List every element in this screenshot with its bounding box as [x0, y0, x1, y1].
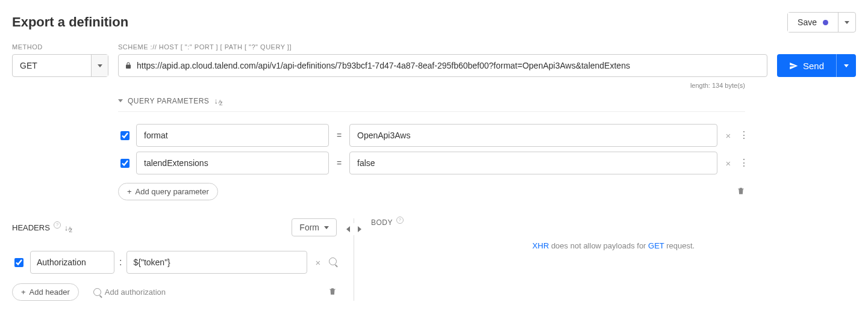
query-param-row: format = OpenApi3Aws × ⋮	[118, 124, 745, 147]
save-button-group: Save	[787, 12, 856, 32]
help-icon[interactable]: ?	[396, 217, 404, 224]
save-dropdown[interactable]	[838, 13, 855, 32]
chevron-down-icon	[98, 64, 102, 67]
page-title: Export a definition	[12, 14, 128, 30]
plus-icon: +	[127, 187, 132, 196]
method-label: METHOD	[12, 43, 118, 51]
clear-icon[interactable]: ×	[722, 158, 734, 168]
chevron-down-icon	[845, 21, 849, 24]
send-dropdown[interactable]	[836, 54, 856, 77]
url-length: length: 134 byte(s)	[690, 82, 745, 89]
collapse-icon[interactable]	[118, 99, 123, 102]
url-input[interactable]: https://apid.ap.cloud.talend.com/api/v1/…	[118, 54, 767, 77]
magic-wand-icon[interactable]	[329, 257, 337, 267]
body-message: XHR does not allow payloads for GET requ…	[371, 241, 856, 250]
collapse-body-icon[interactable]	[354, 223, 366, 235]
collapse-headers-icon[interactable]	[342, 223, 354, 235]
param-value-input[interactable]: OpenApi3Aws	[349, 124, 717, 147]
add-authorization-button[interactable]: Add authorization	[93, 288, 166, 297]
url-text: https://apid.ap.cloud.talend.com/api/v1/…	[137, 61, 761, 70]
send-button-group: Send	[777, 54, 856, 77]
param-name-input[interactable]: format	[136, 124, 329, 147]
lock-icon	[125, 61, 132, 70]
chevron-down-icon	[844, 64, 849, 67]
sort-icon[interactable]: ↓AZ	[214, 96, 226, 105]
body-title: BODY	[371, 218, 393, 227]
headers-mode-select[interactable]: Form	[292, 218, 337, 236]
get-keyword: GET	[648, 241, 664, 250]
method-value: GET	[13, 55, 91, 76]
colon: :	[119, 257, 122, 268]
unsaved-indicator-icon	[823, 20, 828, 25]
auth-icon	[93, 288, 101, 296]
delete-all-headers-button[interactable]	[328, 287, 337, 298]
param-enable-checkbox[interactable]	[120, 131, 130, 140]
trash-icon	[737, 186, 745, 196]
help-icon[interactable]: ?	[54, 221, 61, 229]
clear-icon[interactable]: ×	[312, 257, 324, 268]
header-value-input[interactable]: ${"token"}	[126, 251, 307, 274]
delete-all-params-button[interactable]	[737, 186, 745, 197]
save-label: Save	[798, 17, 817, 27]
header-enable-checkbox[interactable]	[14, 258, 23, 267]
param-value-input[interactable]: false	[349, 152, 717, 174]
clear-icon[interactable]: ×	[722, 131, 734, 141]
row-menu-icon[interactable]: ⋮	[739, 158, 745, 168]
add-auth-label: Add authorization	[105, 288, 166, 297]
header-row: Authorization : ${"token"} ×	[12, 251, 337, 274]
send-button[interactable]: Send	[777, 54, 836, 77]
send-icon	[789, 61, 798, 70]
headers-mode-label: Form	[299, 223, 319, 232]
add-header-button[interactable]: + Add header	[12, 283, 79, 301]
method-dropdown-trigger[interactable]	[91, 55, 108, 76]
row-menu-icon[interactable]: ⋮	[739, 131, 745, 140]
query-param-row: talendExtensions = false × ⋮	[118, 152, 745, 174]
equals-sign: =	[334, 158, 345, 168]
trash-icon	[328, 287, 337, 296]
header-name-input[interactable]: Authorization	[30, 251, 114, 274]
method-select[interactable]: GET	[12, 54, 108, 77]
add-header-label: Add header	[30, 288, 70, 297]
send-label: Send	[803, 61, 824, 71]
plus-icon: +	[21, 288, 26, 297]
save-button[interactable]: Save	[788, 13, 838, 32]
add-qp-label: Add query parameter	[136, 187, 209, 196]
sort-icon[interactable]: ↓AZ	[64, 223, 75, 232]
equals-sign: =	[334, 131, 345, 140]
headers-title: HEADERS	[12, 223, 50, 232]
xhr-keyword: XHR	[532, 241, 549, 250]
add-query-parameter-button[interactable]: + Add query parameter	[118, 183, 218, 200]
param-name-input[interactable]: talendExtensions	[136, 152, 329, 174]
query-parameters-title: QUERY PARAMETERS	[128, 97, 209, 105]
param-enable-checkbox[interactable]	[120, 159, 130, 168]
scheme-label: SCHEME :// HOST [ ":" PORT ] [ PATH [ "?…	[118, 43, 292, 51]
chevron-down-icon	[324, 226, 329, 229]
